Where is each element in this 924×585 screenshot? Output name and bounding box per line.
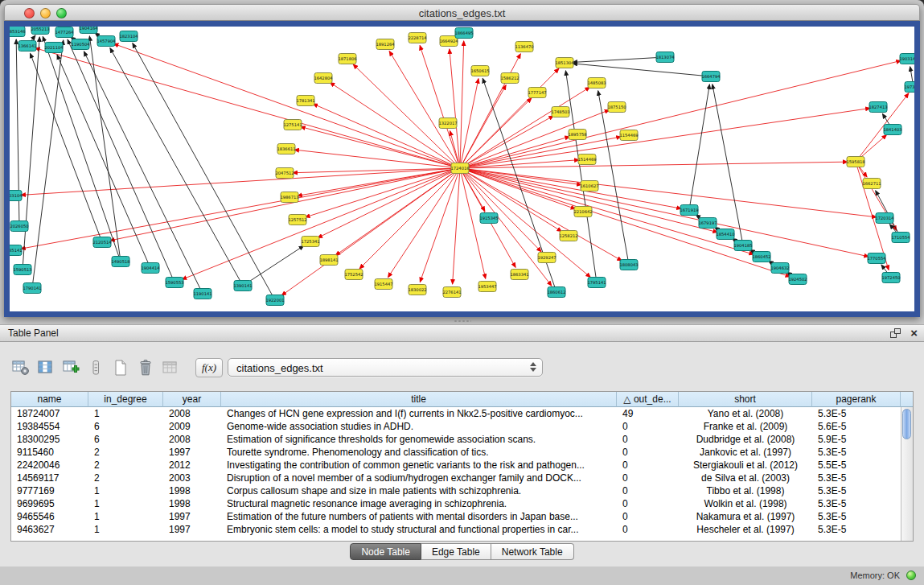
column-header-pagerank[interactable]: pagerank	[812, 392, 901, 407]
graph-node[interactable]: 1586212	[500, 73, 519, 84]
graph-node[interactable]: 1851304	[555, 58, 574, 68]
graph-node[interactable]: 1003104	[10, 191, 23, 201]
table-row[interactable]: 1872400712008Changes of HCN gene express…	[11, 407, 901, 420]
graph-edge[interactable]	[21, 168, 456, 195]
graph-node[interactable]: 1860452	[752, 252, 770, 262]
graph-node[interactable]: 2210642	[573, 207, 592, 217]
graph-node[interactable]: 1915447	[374, 279, 392, 290]
graph-edge[interactable]	[876, 191, 899, 234]
graph-edge[interactable]	[31, 53, 101, 238]
graph-node[interactable]: 1724016	[450, 163, 469, 174]
graph-node[interactable]: 1854410	[716, 229, 734, 240]
graph-node[interactable]: 1514469	[577, 154, 596, 165]
graph-edge[interactable]	[89, 36, 120, 257]
graph-node[interactable]: 1154469	[619, 130, 638, 141]
graph-edge[interactable]	[690, 84, 710, 206]
graph-node[interactable]: 2120514	[92, 237, 112, 248]
graph-node[interactable]: 1366141	[18, 41, 36, 51]
graph-node[interactable]: 1808043	[619, 260, 638, 270]
edit-table-icon[interactable]	[60, 357, 82, 379]
graph-edge[interactable]	[460, 41, 464, 164]
graph-edge[interactable]	[462, 171, 552, 286]
graph-node[interactable]: 1903142	[899, 54, 914, 64]
network-graph-canvas[interactable]: 1724016189126422287141664924187180616428…	[10, 27, 914, 311]
table-row[interactable]: 977716911998Corpus callosum shape and si…	[11, 484, 901, 497]
graph-edge[interactable]	[330, 83, 456, 167]
graph-node[interactable]: 1610627	[580, 181, 598, 192]
graph-node[interactable]: 1777147	[528, 88, 546, 98]
graph-node[interactable]: 1795141	[587, 278, 606, 288]
graph-edge[interactable]	[461, 172, 486, 278]
column-header-short[interactable]: short	[679, 392, 812, 407]
graph-node[interactable]: 1679197	[698, 218, 717, 229]
graph-edge[interactable]	[464, 169, 754, 254]
graph-node[interactable]: 1924502	[788, 274, 807, 285]
function-builder-icon[interactable]: f(x)	[195, 358, 223, 377]
graph-node[interactable]: 1972450	[881, 273, 900, 283]
float-window-icon[interactable]	[890, 328, 901, 338]
column-header-name[interactable]: name	[11, 392, 88, 407]
graph-node[interactable]: 1752542	[344, 270, 363, 280]
import-table-icon[interactable]	[159, 357, 182, 379]
table-row[interactable]: 1456911722003Disruption of a novel membe…	[11, 472, 901, 484]
graph-node[interactable]: 1590553	[165, 278, 183, 288]
graph-node[interactable]: 1720314	[875, 213, 894, 224]
tab-node-table[interactable]: Node Table	[350, 543, 421, 560]
column-header-indegree[interactable]: in_degree	[88, 392, 163, 407]
table-selector-dropdown[interactable]: citations_edges.txt	[228, 358, 543, 377]
graph-edge[interactable]	[464, 60, 901, 167]
panel-divider[interactable]	[0, 317, 924, 324]
graph-edge[interactable]	[301, 127, 456, 167]
graph-node[interactable]: 1973743	[904, 82, 914, 93]
scrollbar-thumb[interactable]	[902, 409, 911, 439]
graph-node[interactable]: 2228714	[408, 33, 427, 43]
graph-node[interactable]: 2047512	[275, 168, 294, 179]
column-chooser-icon[interactable]	[35, 357, 57, 379]
column-header-year[interactable]: year	[163, 392, 221, 407]
graph-edge[interactable]	[318, 170, 457, 237]
vertical-scrollbar[interactable]	[901, 407, 913, 541]
row-tool-icon[interactable]	[84, 357, 107, 379]
graph-node[interactable]: 1904185	[733, 241, 752, 251]
graph-edge[interactable]	[464, 162, 848, 168]
close-panel-icon[interactable]: ×	[910, 328, 918, 339]
graph-edge[interactable]	[246, 245, 303, 283]
graph-node[interactable]: 1190504	[71, 39, 90, 50]
graph-node[interactable]: 1904414	[141, 263, 160, 274]
table-row[interactable]: 946554611997Estimation of the future num…	[11, 510, 901, 523]
graph-edge[interactable]	[598, 91, 628, 261]
graph-node[interactable]: 1953447	[478, 282, 496, 292]
graph-node[interactable]: 1595818	[846, 157, 864, 167]
graph-edge[interactable]	[573, 57, 661, 62]
table-row[interactable]: 1830029562008Estimation of significance …	[11, 433, 901, 446]
graph-node[interactable]: 1860612	[547, 287, 565, 298]
graph-node[interactable]: 1853146	[10, 27, 26, 37]
graph-node[interactable]: 2026050	[10, 221, 28, 232]
graph-node[interactable]: 1922001	[265, 295, 284, 306]
graph-edge[interactable]	[910, 67, 913, 83]
graph-edge[interactable]	[281, 171, 457, 295]
graph-edge[interactable]	[110, 48, 241, 282]
graph-node[interactable]: 1257512	[288, 215, 306, 225]
graph-edge[interactable]	[464, 169, 877, 217]
graph-node[interactable]: 1836611	[277, 144, 295, 154]
graph-node[interactable]: 1748503	[551, 107, 569, 117]
tab-edge-table[interactable]: Edge Table	[421, 543, 491, 560]
graph-node[interactable]: 1770554	[867, 253, 886, 264]
column-header-outde[interactable]: △ out_de...	[617, 392, 679, 407]
graph-node[interactable]: 1781341	[296, 96, 314, 106]
graph-edge[interactable]	[573, 64, 707, 76]
graph-node[interactable]: 1390141	[233, 281, 252, 291]
graph-node[interactable]: 1725341	[301, 237, 319, 247]
graph-node[interactable]: 1671919	[680, 205, 698, 216]
graph-node[interactable]: 1322017	[438, 118, 457, 129]
graph-node[interactable]: 1929247	[537, 253, 556, 263]
graph-edge[interactable]	[133, 43, 273, 297]
graph-edge[interactable]	[464, 169, 869, 257]
graph-node[interactable]: 1986713	[280, 192, 298, 203]
graph-node[interactable]: 1830022	[408, 285, 426, 295]
graph-node[interactable]: 1590513	[13, 265, 31, 275]
graph-edge[interactable]	[464, 137, 570, 167]
divider-grip-icon[interactable]	[454, 319, 471, 323]
graph-node[interactable]: 1875150	[607, 102, 626, 113]
